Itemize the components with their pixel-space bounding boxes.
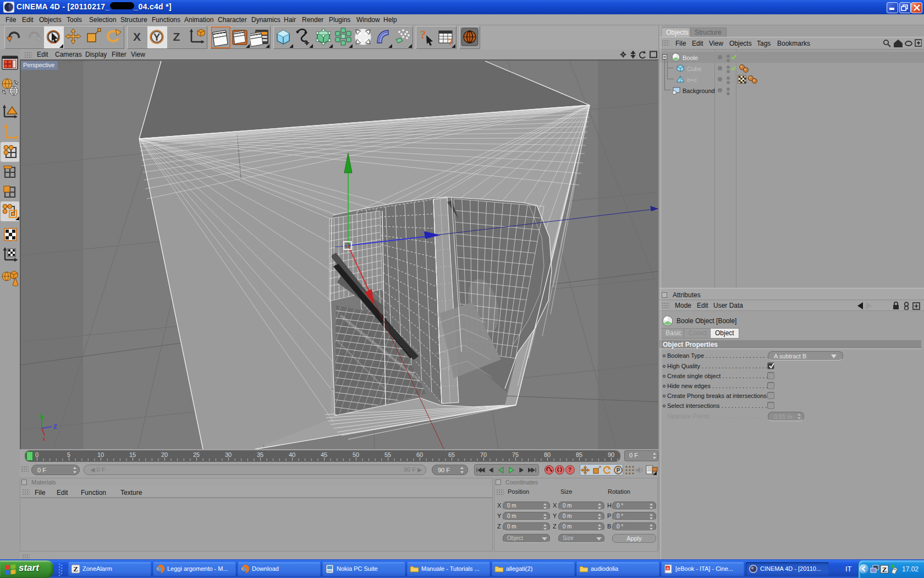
svg-text:60: 60	[416, 451, 423, 458]
svg-text:40: 40	[289, 451, 295, 458]
svg-text:?: ?	[420, 28, 426, 41]
svg-text:Y: Y	[153, 32, 160, 43]
svg-text:?: ?	[448, 37, 453, 47]
svg-text:45: 45	[321, 451, 327, 458]
svg-text:0: 0	[35, 451, 38, 458]
svg-text:10: 10	[97, 451, 104, 458]
svg-text:80: 80	[544, 451, 551, 458]
svg-text:P: P	[617, 467, 620, 473]
svg-text:35: 35	[257, 451, 263, 458]
svg-text:?: ?	[568, 467, 571, 473]
svg-text:85: 85	[576, 451, 582, 458]
svg-text:25: 25	[193, 451, 200, 458]
svg-text:Z: Z	[53, 423, 57, 430]
svg-text:30: 30	[225, 451, 232, 458]
svg-text:X: X	[133, 30, 141, 43]
svg-text:Z: Z	[173, 30, 180, 43]
svg-text:Z: Z	[882, 565, 887, 574]
svg-text:A: A	[667, 566, 669, 570]
svg-text:65: 65	[448, 451, 455, 458]
svg-text:70: 70	[480, 451, 487, 458]
svg-text:20: 20	[161, 451, 168, 458]
svg-text:5: 5	[67, 451, 70, 458]
svg-text:Z: Z	[73, 565, 78, 573]
svg-text:50: 50	[353, 451, 359, 458]
svg-text:X: X	[42, 437, 46, 442]
svg-text:55: 55	[384, 451, 391, 458]
svg-text:15: 15	[129, 451, 136, 458]
svg-text:Y: Y	[39, 412, 42, 418]
svg-text:75: 75	[512, 451, 519, 458]
svg-text:90: 90	[608, 451, 614, 458]
